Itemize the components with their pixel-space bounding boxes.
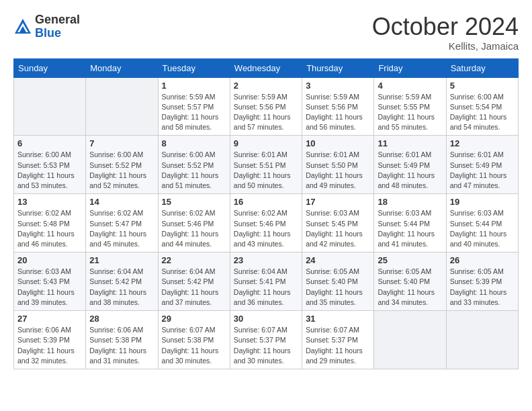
page-header: General Blue October 2024 Kellits, Jamai… (13, 13, 519, 52)
day-number: 27 (17, 314, 82, 324)
day-info: Sunrise: 6:01 AM Sunset: 5:51 PM Dayligh… (234, 150, 298, 191)
calendar-cell: 3Sunrise: 5:59 AM Sunset: 5:56 PM Daylig… (302, 77, 374, 136)
calendar-cell: 1Sunrise: 5:59 AM Sunset: 5:57 PM Daylig… (158, 77, 230, 136)
day-number: 14 (89, 197, 154, 207)
day-info: Sunrise: 6:05 AM Sunset: 5:39 PM Dayligh… (450, 267, 515, 308)
day-info: Sunrise: 6:03 AM Sunset: 5:44 PM Dayligh… (378, 208, 442, 249)
day-number: 7 (89, 138, 154, 148)
day-info: Sunrise: 6:00 AM Sunset: 5:52 PM Dayligh… (162, 150, 226, 191)
month-title: October 2024 (372, 13, 519, 40)
day-number: 3 (306, 81, 370, 91)
day-info: Sunrise: 6:03 AM Sunset: 5:43 PM Dayligh… (17, 267, 82, 308)
day-info: Sunrise: 6:05 AM Sunset: 5:40 PM Dayligh… (378, 267, 442, 308)
day-number: 8 (162, 138, 226, 148)
calendar-cell: 28Sunrise: 6:06 AM Sunset: 5:38 PM Dayli… (86, 311, 158, 369)
calendar-week-row: 1Sunrise: 5:59 AM Sunset: 5:57 PM Daylig… (14, 77, 519, 136)
calendar-cell: 12Sunrise: 6:01 AM Sunset: 5:49 PM Dayli… (446, 136, 518, 194)
logo-icon (13, 17, 32, 36)
day-number: 31 (306, 314, 370, 324)
calendar-cell: 19Sunrise: 6:03 AM Sunset: 5:44 PM Dayli… (446, 194, 518, 253)
weekday-header: Monday (86, 58, 158, 77)
calendar-cell: 2Sunrise: 5:59 AM Sunset: 5:56 PM Daylig… (230, 77, 302, 136)
calendar-cell: 14Sunrise: 6:02 AM Sunset: 5:47 PM Dayli… (86, 194, 158, 253)
weekday-header-row: SundayMondayTuesdayWednesdayThursdayFrid… (14, 58, 519, 77)
day-number: 23 (234, 255, 298, 265)
calendar-cell: 16Sunrise: 6:02 AM Sunset: 5:46 PM Dayli… (230, 194, 302, 253)
calendar: SundayMondayTuesdayWednesdayThursdayFrid… (13, 58, 519, 369)
day-info: Sunrise: 6:04 AM Sunset: 5:42 PM Dayligh… (89, 267, 154, 308)
calendar-cell: 29Sunrise: 6:07 AM Sunset: 5:38 PM Dayli… (158, 311, 230, 369)
calendar-cell: 24Sunrise: 6:05 AM Sunset: 5:40 PM Dayli… (302, 253, 374, 311)
day-number: 21 (89, 255, 154, 265)
location: Kellits, Jamaica (372, 40, 519, 52)
day-number: 26 (450, 255, 515, 265)
calendar-cell (374, 311, 446, 369)
calendar-cell: 25Sunrise: 6:05 AM Sunset: 5:40 PM Dayli… (374, 253, 446, 311)
calendar-week-row: 27Sunrise: 6:06 AM Sunset: 5:39 PM Dayli… (14, 311, 519, 369)
day-number: 10 (306, 138, 370, 148)
day-number: 17 (306, 197, 370, 207)
day-info: Sunrise: 6:02 AM Sunset: 5:46 PM Dayligh… (162, 208, 226, 249)
day-number: 18 (378, 197, 442, 207)
logo: General Blue (13, 13, 80, 40)
day-number: 13 (17, 197, 82, 207)
day-number: 6 (17, 138, 82, 148)
calendar-cell: 26Sunrise: 6:05 AM Sunset: 5:39 PM Dayli… (446, 253, 518, 311)
day-info: Sunrise: 6:00 AM Sunset: 5:54 PM Dayligh… (450, 92, 515, 133)
calendar-cell: 8Sunrise: 6:00 AM Sunset: 5:52 PM Daylig… (158, 136, 230, 194)
calendar-cell: 21Sunrise: 6:04 AM Sunset: 5:42 PM Dayli… (86, 253, 158, 311)
day-number: 12 (450, 138, 515, 148)
calendar-week-row: 20Sunrise: 6:03 AM Sunset: 5:43 PM Dayli… (14, 253, 519, 311)
weekday-header: Wednesday (230, 58, 302, 77)
weekday-header: Friday (374, 58, 446, 77)
day-number: 28 (89, 314, 154, 324)
day-number: 16 (234, 197, 298, 207)
day-info: Sunrise: 6:07 AM Sunset: 5:37 PM Dayligh… (234, 325, 298, 366)
day-info: Sunrise: 5:59 AM Sunset: 5:56 PM Dayligh… (306, 92, 370, 133)
day-info: Sunrise: 6:03 AM Sunset: 5:45 PM Dayligh… (306, 208, 370, 249)
weekday-header: Tuesday (158, 58, 230, 77)
day-info: Sunrise: 6:04 AM Sunset: 5:41 PM Dayligh… (234, 267, 298, 308)
calendar-cell: 22Sunrise: 6:04 AM Sunset: 5:42 PM Dayli… (158, 253, 230, 311)
calendar-cell: 23Sunrise: 6:04 AM Sunset: 5:41 PM Dayli… (230, 253, 302, 311)
day-info: Sunrise: 6:02 AM Sunset: 5:47 PM Dayligh… (89, 208, 154, 249)
title-block: October 2024 Kellits, Jamaica (372, 13, 519, 52)
day-number: 2 (234, 81, 298, 91)
day-info: Sunrise: 6:01 AM Sunset: 5:50 PM Dayligh… (306, 150, 370, 191)
day-info: Sunrise: 6:07 AM Sunset: 5:37 PM Dayligh… (306, 325, 370, 366)
day-number: 4 (378, 81, 442, 91)
day-info: Sunrise: 6:03 AM Sunset: 5:44 PM Dayligh… (450, 208, 515, 249)
calendar-cell: 9Sunrise: 6:01 AM Sunset: 5:51 PM Daylig… (230, 136, 302, 194)
day-number: 22 (162, 255, 226, 265)
day-info: Sunrise: 5:59 AM Sunset: 5:56 PM Dayligh… (234, 92, 298, 133)
day-number: 24 (306, 255, 370, 265)
calendar-cell: 7Sunrise: 6:00 AM Sunset: 5:52 PM Daylig… (86, 136, 158, 194)
calendar-cell: 5Sunrise: 6:00 AM Sunset: 5:54 PM Daylig… (446, 77, 518, 136)
calendar-cell (446, 311, 518, 369)
day-info: Sunrise: 6:02 AM Sunset: 5:46 PM Dayligh… (234, 208, 298, 249)
day-number: 20 (17, 255, 82, 265)
day-number: 19 (450, 197, 515, 207)
calendar-cell (86, 77, 158, 136)
day-number: 1 (162, 81, 226, 91)
weekday-header: Saturday (446, 58, 518, 77)
day-info: Sunrise: 6:01 AM Sunset: 5:49 PM Dayligh… (450, 150, 515, 191)
day-number: 30 (234, 314, 298, 324)
day-number: 11 (378, 138, 442, 148)
calendar-cell: 13Sunrise: 6:02 AM Sunset: 5:48 PM Dayli… (14, 194, 86, 253)
day-info: Sunrise: 6:06 AM Sunset: 5:39 PM Dayligh… (17, 325, 82, 366)
calendar-cell: 6Sunrise: 6:00 AM Sunset: 5:53 PM Daylig… (14, 136, 86, 194)
day-info: Sunrise: 6:07 AM Sunset: 5:38 PM Dayligh… (162, 325, 226, 366)
day-number: 25 (378, 255, 442, 265)
calendar-cell: 4Sunrise: 5:59 AM Sunset: 5:55 PM Daylig… (374, 77, 446, 136)
day-info: Sunrise: 6:00 AM Sunset: 5:53 PM Dayligh… (17, 150, 82, 191)
calendar-cell: 30Sunrise: 6:07 AM Sunset: 5:37 PM Dayli… (230, 311, 302, 369)
day-number: 5 (450, 81, 515, 91)
day-info: Sunrise: 6:05 AM Sunset: 5:40 PM Dayligh… (306, 267, 370, 308)
calendar-cell: 11Sunrise: 6:01 AM Sunset: 5:49 PM Dayli… (374, 136, 446, 194)
calendar-cell: 18Sunrise: 6:03 AM Sunset: 5:44 PM Dayli… (374, 194, 446, 253)
calendar-week-row: 6Sunrise: 6:00 AM Sunset: 5:53 PM Daylig… (14, 136, 519, 194)
day-number: 15 (162, 197, 226, 207)
day-info: Sunrise: 5:59 AM Sunset: 5:55 PM Dayligh… (378, 92, 442, 133)
calendar-cell: 20Sunrise: 6:03 AM Sunset: 5:43 PM Dayli… (14, 253, 86, 311)
